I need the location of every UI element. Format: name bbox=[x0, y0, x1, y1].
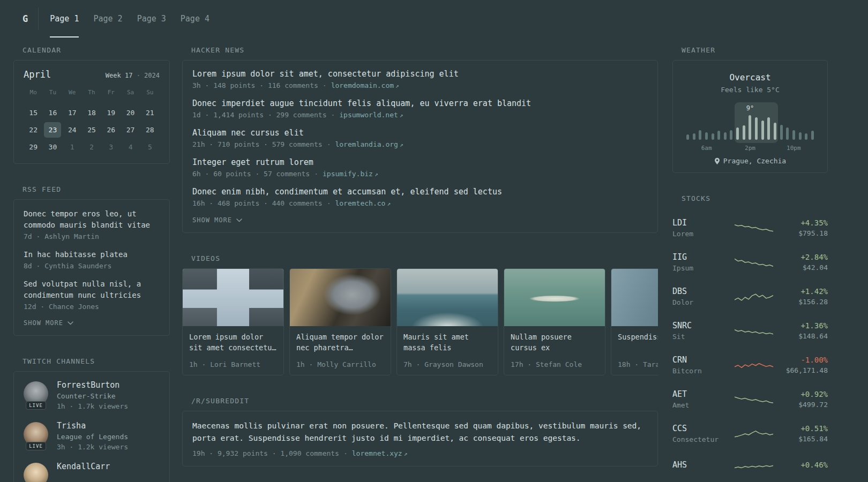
calendar-day-cell[interactable]: 3 bbox=[102, 139, 119, 155]
post-text[interactable]: Maecenas mollis pulvinar erat non posuer… bbox=[192, 420, 648, 445]
stock-row[interactable]: IIG Ipsum +2.84% $42.04 bbox=[672, 252, 828, 272]
video-card[interactable]: Nullam posuere cursus ex 17h · Stefan Co… bbox=[504, 268, 605, 375]
calendar-day-cell[interactable]: 15 bbox=[25, 105, 42, 120]
video-title[interactable]: Suspendisse diam bbox=[618, 332, 658, 342]
page-tab[interactable]: Page 4 bbox=[181, 0, 209, 37]
chevron-down-icon bbox=[236, 219, 242, 222]
story-title[interactable]: Donec imperdiet augue tincidunt felis al… bbox=[192, 99, 648, 108]
calendar-day-cell[interactable]: 30 bbox=[44, 139, 61, 155]
page-tab[interactable]: Page 3 bbox=[137, 0, 166, 37]
twitch-channel-item[interactable]: LIVE Trisha League of Legends 3h · 1.2k … bbox=[24, 421, 160, 451]
story-title[interactable]: Donec enim nibh, condimentum et accumsan… bbox=[192, 187, 648, 197]
stock-symbol[interactable]: LDI bbox=[672, 218, 735, 228]
calendar-day-cell[interactable]: 18 bbox=[83, 105, 100, 120]
story-item[interactable]: Lorem ipsum dolor sit amet, consectetur … bbox=[192, 69, 648, 89]
rss-item[interactable]: Sed volutpat nulla nisl, a condimentum n… bbox=[24, 278, 160, 311]
weather-bar bbox=[693, 133, 695, 140]
calendar-day-cell[interactable]: 24 bbox=[64, 122, 81, 138]
external-link-icon: ↗ bbox=[400, 141, 403, 148]
twitch-game-name[interactable]: Counter-Strike bbox=[57, 392, 128, 400]
stock-row[interactable]: DBS Dolor +1.42% $156.28 bbox=[672, 287, 828, 306]
hacker-news-show-more-button[interactable]: SHOW MORE bbox=[192, 216, 648, 224]
calendar-day-cell[interactable]: 27 bbox=[122, 122, 139, 138]
story-domain-link[interactable]: ipsumify.biz↗ bbox=[323, 170, 378, 178]
story-title[interactable]: Lorem ipsum dolor sit amet, consectetur … bbox=[192, 69, 648, 79]
stock-row[interactable]: CCS Consectetur +0.51% $165.84 bbox=[672, 424, 828, 443]
calendar-day-cell[interactable]: 2 bbox=[83, 139, 100, 155]
calendar-day-cell[interactable]: 1 bbox=[64, 139, 81, 155]
page-tab[interactable]: Page 1 bbox=[50, 0, 79, 37]
calendar-day-cell[interactable]: 28 bbox=[141, 122, 159, 138]
calendar-day-cell[interactable]: 5 bbox=[141, 139, 159, 155]
story-item[interactable]: Integer eget rutrum lorem 6h · 60 points… bbox=[192, 157, 648, 178]
stock-symbol[interactable]: CCS bbox=[672, 424, 735, 433]
stock-row[interactable]: CRN Bitcorn -1.00% $66,171.48 bbox=[672, 355, 828, 375]
rss-item-title[interactable]: Donec tempor eros leo, ut commodo mauris… bbox=[24, 208, 160, 231]
calendar-day-cell[interactable]: 29 bbox=[25, 139, 42, 155]
rss-item-title[interactable]: Sed volutpat nulla nisl, a condimentum n… bbox=[24, 278, 160, 301]
twitch-game-name[interactable]: League of Legends bbox=[57, 433, 128, 441]
twitch-channel-name[interactable]: KendallCarr bbox=[57, 462, 110, 471]
stock-row[interactable]: LDI Lorem +4.35% $795.18 bbox=[672, 218, 828, 238]
calendar-day-cell[interactable]: 21 bbox=[141, 105, 159, 120]
rss-item[interactable]: In hac habitasse platea 8d · Cynthia Sau… bbox=[24, 249, 160, 270]
calendar-day-cell[interactable]: 25 bbox=[83, 122, 100, 138]
external-link-icon: ↗ bbox=[404, 450, 408, 457]
video-thumbnail[interactable] bbox=[504, 269, 605, 326]
video-card[interactable]: Lorem ipsum dolor sit amet consectetu… 1… bbox=[182, 268, 284, 375]
story-title[interactable]: Integer eget rutrum lorem bbox=[192, 157, 648, 167]
stock-symbol[interactable]: AET bbox=[672, 389, 735, 399]
stock-symbol[interactable]: IIG bbox=[672, 252, 735, 262]
story-domain-link[interactable]: loremdomain.com↗ bbox=[331, 81, 399, 89]
calendar-day-cell[interactable]: 23 bbox=[44, 122, 61, 138]
twitch-channel-item[interactable]: LIVE ForrestBurton Counter-Strike 1h · 1… bbox=[24, 380, 160, 410]
calendar-day-cell[interactable]: 4 bbox=[122, 139, 139, 155]
twitch-channel-name[interactable]: ForrestBurton bbox=[57, 380, 128, 390]
video-thumbnail[interactable] bbox=[397, 269, 498, 326]
story-item[interactable]: Donec imperdiet augue tincidunt felis al… bbox=[192, 99, 648, 119]
subreddit-widget-title: /R/SUBREDDIT bbox=[191, 397, 658, 405]
story-title[interactable]: Aliquam nec cursus elit bbox=[192, 128, 648, 138]
calendar-day-cell[interactable]: 20 bbox=[122, 105, 139, 120]
twitch-channel-item[interactable]: LIVE KendallCarr bbox=[24, 462, 160, 482]
video-card[interactable]: Aliquam tempor dolor nec pharetra… 1h · … bbox=[289, 268, 391, 375]
weather-bar bbox=[774, 123, 776, 140]
calendar-day-cell[interactable]: 26 bbox=[102, 122, 119, 138]
post-domain-link[interactable]: loremnet.xyz↗ bbox=[352, 449, 408, 457]
page-tab[interactable]: Page 2 bbox=[93, 0, 122, 37]
story-item[interactable]: Aliquam nec cursus elit 21h · 710 points… bbox=[192, 128, 648, 148]
stock-row[interactable]: AHS +0.46% bbox=[672, 458, 828, 474]
calendar-day-cell[interactable]: 22 bbox=[25, 122, 42, 138]
video-thumbnail[interactable] bbox=[290, 269, 391, 326]
calendar-day-cell[interactable]: 16 bbox=[44, 105, 61, 120]
story-item[interactable]: Donec enim nibh, condimentum et accumsan… bbox=[192, 187, 648, 207]
calendar-day-cell[interactable]: 19 bbox=[102, 105, 119, 120]
video-title[interactable]: Nullam posuere cursus ex bbox=[511, 332, 598, 353]
stock-values: +0.92% $499.72 bbox=[783, 390, 828, 409]
story-domain-link[interactable]: ipsumworld.net↗ bbox=[339, 111, 403, 119]
story-domain-link[interactable]: loremlandia.org↗ bbox=[335, 140, 403, 148]
video-thumbnail[interactable] bbox=[611, 269, 658, 326]
rss-show-more-button[interactable]: SHOW MORE bbox=[24, 319, 160, 327]
story-domain-link[interactable]: loremtech.co↗ bbox=[335, 199, 391, 207]
twitch-channel-name[interactable]: Trisha bbox=[57, 421, 128, 431]
calendar-day-cell[interactable]: 17 bbox=[64, 105, 81, 120]
video-title[interactable]: Mauris sit amet massa felis bbox=[403, 332, 491, 353]
rss-item-title[interactable]: In hac habitasse platea bbox=[24, 249, 160, 260]
stock-symbol[interactable]: DBS bbox=[672, 287, 735, 296]
video-title[interactable]: Aliquam tempor dolor nec pharetra… bbox=[296, 332, 384, 353]
video-card[interactable]: Suspendisse diam 18h · Tara bbox=[611, 268, 658, 375]
stock-symbol[interactable]: SNRC bbox=[672, 321, 735, 330]
stock-row[interactable]: SNRC Sit +1.36% $148.64 bbox=[672, 321, 828, 341]
stock-row[interactable]: AET Amet +0.92% $499.72 bbox=[672, 389, 828, 409]
stock-identity: CCS Consectetur bbox=[672, 424, 735, 443]
video-thumbnail[interactable] bbox=[183, 269, 283, 326]
stock-symbol[interactable]: CRN bbox=[672, 355, 735, 365]
rss-item[interactable]: Donec tempor eros leo, ut commodo mauris… bbox=[24, 208, 160, 240]
app-logo[interactable]: G bbox=[23, 13, 28, 24]
video-card[interactable]: Mauris sit amet massa felis 7h · Grayson… bbox=[396, 268, 498, 375]
stock-symbol[interactable]: AHS bbox=[672, 460, 735, 470]
calendar-card: April Week 17 · 2024 Mo Tu We bbox=[13, 60, 170, 164]
video-title[interactable]: Lorem ipsum dolor sit amet consectetu… bbox=[189, 332, 277, 353]
weather-location[interactable]: Prague, Czechia bbox=[682, 157, 819, 165]
